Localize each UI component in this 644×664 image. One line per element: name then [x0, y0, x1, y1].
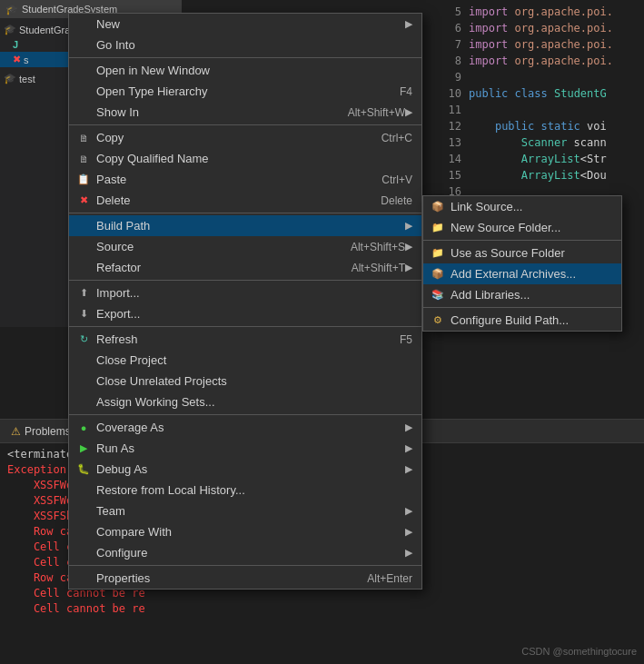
- submenu-item-use-as-source[interactable]: 📁 Use as Source Folder: [423, 243, 621, 263]
- menu-item-restore-history[interactable]: Restore from Local History...: [69, 480, 421, 500]
- menu-item-refresh[interactable]: ↻ Refresh F5: [69, 329, 421, 350]
- separator-5: [69, 326, 421, 327]
- menu-label-working-sets: Assign Working Sets...: [96, 395, 412, 409]
- menu-label-run: Run As: [96, 441, 405, 455]
- editor-line: 6 import org.apache.poi.: [443, 20, 637, 36]
- go-into-icon: [76, 38, 91, 53]
- menu-item-show-in[interactable]: Show In Alt+Shift+W ▶: [69, 102, 421, 123]
- refactor-arrow: ▶: [405, 262, 412, 273]
- menu-label-type-hier: Open Type Hierarchy: [96, 84, 381, 98]
- menu-label-debug: Debug As: [96, 462, 405, 476]
- new-source-icon: 📁: [431, 221, 445, 235]
- menu-item-close-project[interactable]: Close Project: [69, 350, 421, 371]
- submenu-sep-1: [423, 240, 621, 241]
- sidebar: 🎓 StudentGradeSystem J ✖ s 🎓 test: [0, 18, 73, 327]
- run-arrow: ▶: [405, 442, 412, 454]
- copy-icon: 🗎: [76, 131, 91, 145]
- submenu-item-configure-build[interactable]: ⚙ Configure Build Path...: [423, 310, 621, 331]
- menu-label-copy-qualified: Copy Qualified Name: [96, 152, 412, 165]
- shortcut-f4: F4: [381, 85, 412, 98]
- shortcut-properties: Alt+Enter: [349, 572, 412, 585]
- menu-item-delete[interactable]: ✖ Delete Delete: [69, 190, 421, 211]
- editor-line: 12 public static voi: [443, 118, 637, 134]
- close-unrelated-icon: [76, 374, 91, 389]
- menu-item-debug-as[interactable]: 🐛 Debug As ▶: [69, 459, 421, 480]
- sidebar-item-test[interactable]: 🎓 test: [0, 71, 72, 86]
- menu-label-import: Import...: [96, 286, 412, 300]
- menu-item-go-into[interactable]: Go Into: [69, 35, 421, 55]
- shortcut-paste: Ctrl+V: [363, 173, 412, 186]
- menu-item-paste[interactable]: 📋 Paste Ctrl+V: [69, 169, 421, 190]
- shortcut-refresh: F5: [381, 333, 412, 346]
- csdn-watermark: CSDN @somethingtocure: [521, 646, 637, 657]
- sidebar-item-s[interactable]: ✖ s: [0, 52, 72, 67]
- menu-item-copy-qualified[interactable]: 🗎 Copy Qualified Name: [69, 148, 421, 169]
- submenu-label-link-source: Link Source...: [451, 200, 612, 213]
- close-project-icon: [76, 353, 91, 368]
- submenu-label-new-source: New Source Folder...: [451, 221, 612, 234]
- menu-label-delete: Delete: [96, 193, 362, 207]
- import-icon: ⬆: [76, 286, 91, 301]
- watermark-text: CSDN @somethingtocure: [521, 646, 637, 657]
- menu-label-export: Export...: [96, 307, 412, 321]
- separator-1: [69, 57, 421, 58]
- build-path-icon: [76, 219, 91, 233]
- menu-item-source[interactable]: Source Alt+Shift+S ▶: [69, 236, 421, 257]
- sidebar-item-project[interactable]: 🎓 StudentGradeSystem: [0, 22, 72, 37]
- menu-label-refactor: Refactor: [96, 261, 333, 274]
- menu-item-coverage-as[interactable]: ● Coverage As ▶: [69, 417, 421, 438]
- menu-label-source: Source: [96, 240, 332, 253]
- restore-icon: [76, 483, 91, 498]
- submenu-label-use-source: Use as Source Folder: [451, 246, 612, 260]
- menu-item-build-path[interactable]: Build Path ▶: [69, 215, 421, 236]
- menu-label-refresh: Refresh: [96, 332, 381, 346]
- sidebar-item-j[interactable]: J: [0, 37, 72, 52]
- editor-line: 8 import org.apache.poi.: [443, 53, 637, 69]
- menu-item-open-new-window[interactable]: Open in New Window: [69, 60, 421, 81]
- compare-arrow: ▶: [405, 526, 412, 538]
- menu-item-refactor[interactable]: Refactor Alt+Shift+T ▶: [69, 257, 421, 278]
- menu-label-coverage: Coverage As: [96, 421, 405, 434]
- menu-item-import[interactable]: ⬆ Import...: [69, 282, 421, 303]
- console-line-10: Cell cannot be re: [7, 601, 637, 617]
- menu-label-build-path: Build Path: [96, 219, 405, 233]
- menu-item-open-type-hierarchy[interactable]: Open Type Hierarchy F4: [69, 81, 421, 102]
- team-icon: [76, 504, 91, 519]
- submenu-build-path: 📦 Link Source... 📁 New Source Folder... …: [422, 195, 622, 332]
- context-menu: New ▶ Go Into Open in New Window Open Ty…: [68, 13, 422, 590]
- add-libs-icon: 📚: [431, 288, 445, 302]
- menu-label-restore: Restore from Local History...: [96, 483, 412, 497]
- debug-icon: 🐛: [76, 462, 91, 477]
- menu-item-new[interactable]: New ▶: [69, 14, 421, 35]
- menu-item-configure[interactable]: Configure ▶: [69, 542, 421, 563]
- menu-item-team[interactable]: Team ▶: [69, 500, 421, 521]
- compare-icon: [76, 525, 91, 540]
- type-hier-icon: [76, 84, 91, 99]
- menu-label-new: New: [96, 17, 405, 31]
- tab-problems-label: Problems: [25, 425, 71, 438]
- configure-build-icon: ⚙: [431, 313, 445, 328]
- build-path-arrow: ▶: [405, 220, 412, 232]
- submenu-item-add-libs[interactable]: 📚 Add Libraries...: [423, 284, 621, 305]
- menu-item-assign-working-sets[interactable]: Assign Working Sets...: [69, 391, 421, 412]
- submenu-label-add-ext: Add External Archives...: [451, 267, 612, 281]
- submenu-item-add-external[interactable]: 📦 Add External Archives...: [423, 263, 621, 284]
- menu-item-run-as[interactable]: ▶ Run As ▶: [69, 438, 421, 459]
- submenu-item-link-source[interactable]: 📦 Link Source...: [423, 196, 621, 217]
- show-in-arrow: ▶: [405, 106, 412, 118]
- source-arrow: ▶: [405, 241, 412, 253]
- refresh-icon: ↻: [76, 332, 91, 347]
- menu-label-configure: Configure: [96, 546, 405, 560]
- editor-line: 7 import org.apache.poi.: [443, 36, 637, 53]
- editor-line: 5 import org.apache.poi.: [443, 4, 637, 20]
- debug-arrow: ▶: [405, 463, 412, 475]
- menu-label-paste: Paste: [96, 173, 363, 186]
- menu-item-copy[interactable]: 🗎 Copy Ctrl+C: [69, 127, 421, 148]
- submenu-item-new-source[interactable]: 📁 New Source Folder...: [423, 217, 621, 238]
- separator-7: [69, 565, 421, 566]
- menu-item-close-unrelated[interactable]: Close Unrelated Projects: [69, 371, 421, 391]
- menu-item-properties[interactable]: Properties Alt+Enter: [69, 568, 421, 589]
- menu-item-export[interactable]: ⬇ Export...: [69, 303, 421, 324]
- menu-item-compare[interactable]: Compare With ▶: [69, 521, 421, 542]
- delete-icon: ✖: [76, 193, 91, 208]
